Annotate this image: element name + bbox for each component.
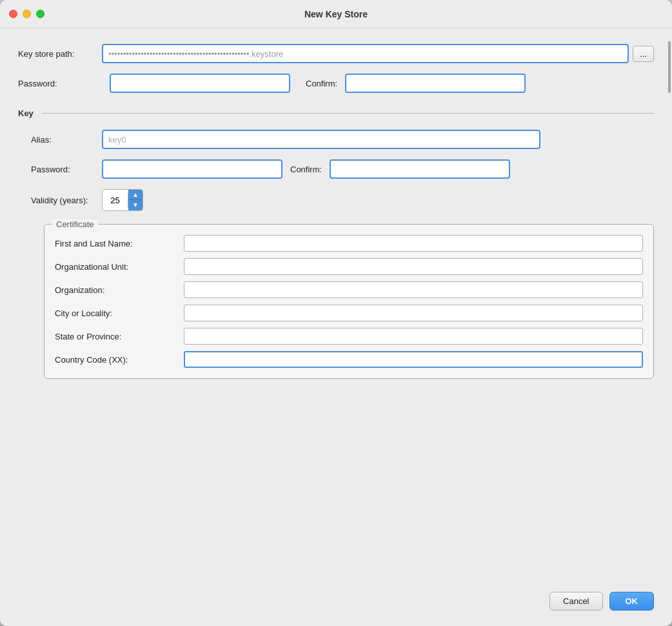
certificate-legend: Certificate bbox=[52, 219, 98, 229]
traffic-lights bbox=[9, 10, 44, 18]
cert-country-input[interactable] bbox=[184, 351, 643, 368]
cancel-button[interactable]: Cancel bbox=[549, 592, 602, 611]
maximize-button[interactable] bbox=[36, 10, 44, 18]
keystore-confirm-input[interactable] bbox=[345, 74, 526, 93]
cert-org-input[interactable] bbox=[184, 281, 643, 298]
dialog-window: New Key Store Key store path: ... Passwo… bbox=[0, 0, 672, 626]
key-confirm-label: Confirm: bbox=[290, 165, 322, 174]
divider-line bbox=[41, 113, 654, 114]
ok-button[interactable]: OK bbox=[609, 592, 655, 611]
cert-org-unit-input[interactable] bbox=[184, 258, 643, 275]
key-password-input[interactable] bbox=[102, 159, 282, 179]
cert-row-city: City or Locality: bbox=[55, 305, 643, 321]
buttons-row: Cancel OK bbox=[0, 581, 672, 626]
close-button[interactable] bbox=[9, 10, 17, 18]
keystore-path-input[interactable] bbox=[102, 44, 629, 63]
validity-control: 25 ▲ ▼ bbox=[102, 189, 143, 211]
keystore-path-controls: ... bbox=[102, 44, 654, 63]
browse-button[interactable]: ... bbox=[633, 46, 654, 62]
key-confirm-input[interactable] bbox=[330, 159, 510, 179]
key-password-row: Password: Confirm: bbox=[31, 159, 654, 179]
cert-row-org: Organization: bbox=[55, 281, 643, 298]
alias-label: Alias: bbox=[31, 135, 102, 145]
scrollbar-thumb[interactable] bbox=[668, 41, 671, 93]
key-section-divider: Key bbox=[18, 108, 654, 118]
cert-row-name: First and Last Name: bbox=[55, 235, 643, 252]
validity-label: Validity (years): bbox=[31, 196, 102, 205]
keystore-confirm-label: Confirm: bbox=[306, 79, 337, 88]
keystore-path-label: Key store path: bbox=[18, 49, 102, 59]
validity-row: Validity (years): 25 ▲ ▼ bbox=[31, 189, 654, 211]
alias-row: Alias: bbox=[31, 130, 654, 149]
certificate-box: Certificate First and Last Name: Organiz… bbox=[44, 224, 654, 379]
keystore-password-row: Password: Confirm: bbox=[18, 74, 654, 93]
validity-buttons: ▲ ▼ bbox=[128, 190, 143, 210]
scrollbar[interactable] bbox=[667, 28, 672, 626]
minimize-button[interactable] bbox=[23, 10, 31, 18]
cert-name-input[interactable] bbox=[184, 235, 643, 252]
cert-name-label: First and Last Name: bbox=[55, 239, 184, 248]
validity-increment-button[interactable]: ▲ bbox=[128, 190, 143, 200]
cert-row-state: State or Province: bbox=[55, 328, 643, 345]
alias-input[interactable] bbox=[102, 130, 540, 149]
keystore-path-row: Key store path: ... bbox=[18, 44, 654, 63]
dialog-content: Key store path: ... Password: Confirm: K… bbox=[0, 28, 672, 581]
window-title: New Key Store bbox=[304, 9, 368, 19]
cert-org-unit-label: Organizational Unit: bbox=[55, 262, 184, 272]
cert-country-label: Country Code (XX): bbox=[55, 355, 184, 365]
key-section-label: Key bbox=[18, 108, 34, 118]
key-password-label: Password: bbox=[31, 165, 102, 174]
cert-state-label: State or Province: bbox=[55, 332, 184, 341]
key-section: Alias: Password: Confirm: Validity (year… bbox=[18, 130, 654, 379]
validity-decrement-button[interactable]: ▼ bbox=[128, 200, 143, 210]
cert-city-label: City or Locality: bbox=[55, 308, 184, 318]
cert-state-input[interactable] bbox=[184, 328, 643, 345]
cert-org-label: Organization: bbox=[55, 285, 184, 295]
keystore-password-label: Password: bbox=[18, 79, 102, 88]
title-bar: New Key Store bbox=[0, 0, 672, 28]
keystore-password-input[interactable] bbox=[110, 74, 290, 93]
cert-row-org-unit: Organizational Unit: bbox=[55, 258, 643, 275]
cert-row-country: Country Code (XX): bbox=[55, 351, 643, 368]
cert-city-input[interactable] bbox=[184, 305, 643, 321]
validity-value: 25 bbox=[103, 193, 128, 208]
